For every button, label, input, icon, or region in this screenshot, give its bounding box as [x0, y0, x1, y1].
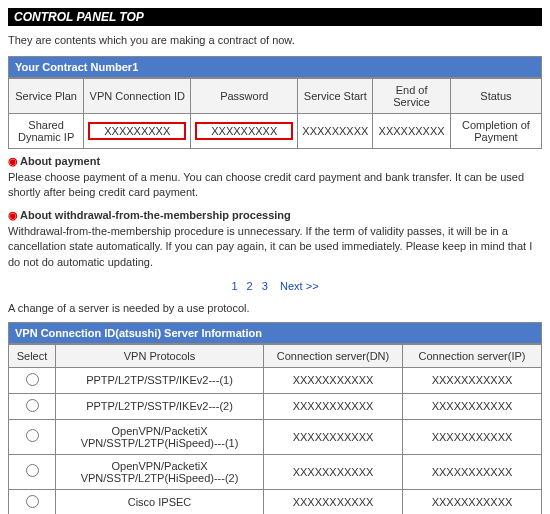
- cell-protocol: OpenVPN/PacketiX VPN/SSTP/L2TP(HiSpeed)-…: [56, 454, 264, 489]
- th-protocols: VPN Protocols: [56, 344, 264, 367]
- server-select-radio[interactable]: [26, 464, 39, 477]
- pager-2[interactable]: 2: [247, 280, 253, 292]
- cell-plan: Shared Dynamic IP: [9, 114, 84, 149]
- cell-select: [9, 454, 56, 489]
- cell-dn: XXXXXXXXXXX: [264, 367, 403, 393]
- change-note: A change of a server is needed by a use …: [8, 302, 542, 314]
- cell-start: XXXXXXXXX: [298, 114, 373, 149]
- cell-ip: XXXXXXXXXXX: [403, 489, 542, 514]
- server-caption: VPN Connection ID(atsushi) Server Inform…: [8, 322, 542, 344]
- about-payment-title: ◉About payment: [8, 155, 542, 168]
- pager-next[interactable]: Next >>: [280, 280, 319, 292]
- about-payment-title-text: About payment: [20, 155, 100, 167]
- cell-dn: XXXXXXXXXXX: [264, 393, 403, 419]
- cell-select: [9, 419, 56, 454]
- bullet-icon: ◉: [8, 155, 18, 167]
- about-withdrawal-body: Withdrawal-from-the-membership procedure…: [8, 224, 542, 270]
- cell-protocol: Cisco IPSEC: [56, 489, 264, 514]
- server-select-radio[interactable]: [26, 399, 39, 412]
- cell-ip: XXXXXXXXXXX: [403, 367, 542, 393]
- th-status: Status: [450, 79, 541, 114]
- cell-ip: XXXXXXXXXXX: [403, 454, 542, 489]
- th-start: Service Start: [298, 79, 373, 114]
- contract-caption: Your Contract Number1: [8, 56, 542, 78]
- server-row: PPTP/L2TP/SSTP/IKEv2---(1)XXXXXXXXXXXXXX…: [9, 367, 542, 393]
- server-row: Cisco IPSECXXXXXXXXXXXXXXXXXXXXXX: [9, 489, 542, 514]
- cell-select: [9, 489, 56, 514]
- th-end: End of Service: [373, 79, 451, 114]
- cell-password: XXXXXXXXX: [191, 114, 298, 149]
- server-select-radio[interactable]: [26, 429, 39, 442]
- pager-1[interactable]: 1: [231, 280, 237, 292]
- cell-status: Completion of Payment: [450, 114, 541, 149]
- password-highlight: XXXXXXXXX: [195, 122, 293, 140]
- server-select-radio[interactable]: [26, 373, 39, 386]
- page-title: CONTROL PANEL TOP: [8, 8, 542, 26]
- cell-select: [9, 393, 56, 419]
- cell-protocol: PPTP/L2TP/SSTP/IKEv2---(2): [56, 393, 264, 419]
- about-withdrawal-title-text: About withdrawal-from-the-membership pro…: [20, 209, 291, 221]
- bullet-icon: ◉: [8, 209, 18, 221]
- vpnid-highlight: XXXXXXXXX: [88, 122, 186, 140]
- intro-text: They are contents which you are making a…: [8, 34, 542, 46]
- th-password: Password: [191, 79, 298, 114]
- server-row: OpenVPN/PacketiX VPN/SSTP/L2TP(HiSpeed)-…: [9, 419, 542, 454]
- th-plan: Service Plan: [9, 79, 84, 114]
- contract-row: Shared Dynamic IP XXXXXXXXX XXXXXXXXX XX…: [9, 114, 542, 149]
- th-ip: Connection server(IP): [403, 344, 542, 367]
- cell-dn: XXXXXXXXXXX: [264, 419, 403, 454]
- server-select-radio[interactable]: [26, 495, 39, 508]
- cell-protocol: OpenVPN/PacketiX VPN/SSTP/L2TP(HiSpeed)-…: [56, 419, 264, 454]
- about-withdrawal-title: ◉About withdrawal-from-the-membership pr…: [8, 209, 542, 222]
- th-select: Select: [9, 344, 56, 367]
- cell-vpnid: XXXXXXXXX: [84, 114, 191, 149]
- th-dn: Connection server(DN): [264, 344, 403, 367]
- cell-dn: XXXXXXXXXXX: [264, 489, 403, 514]
- server-table: Select VPN Protocols Connection server(D…: [8, 344, 542, 514]
- contract-table: Service Plan VPN Connection ID Password …: [8, 78, 542, 149]
- cell-ip: XXXXXXXXXXX: [403, 393, 542, 419]
- cell-dn: XXXXXXXXXXX: [264, 454, 403, 489]
- th-vpnid: VPN Connection ID: [84, 79, 191, 114]
- pager-3[interactable]: 3: [262, 280, 268, 292]
- cell-end: XXXXXXXXX: [373, 114, 451, 149]
- server-row: PPTP/L2TP/SSTP/IKEv2---(2)XXXXXXXXXXXXXX…: [9, 393, 542, 419]
- about-payment-body: Please choose payment of a menu. You can…: [8, 170, 542, 201]
- cell-protocol: PPTP/L2TP/SSTP/IKEv2---(1): [56, 367, 264, 393]
- cell-ip: XXXXXXXXXXX: [403, 419, 542, 454]
- server-row: OpenVPN/PacketiX VPN/SSTP/L2TP(HiSpeed)-…: [9, 454, 542, 489]
- pager: 1 2 3 Next >>: [8, 280, 542, 292]
- cell-select: [9, 367, 56, 393]
